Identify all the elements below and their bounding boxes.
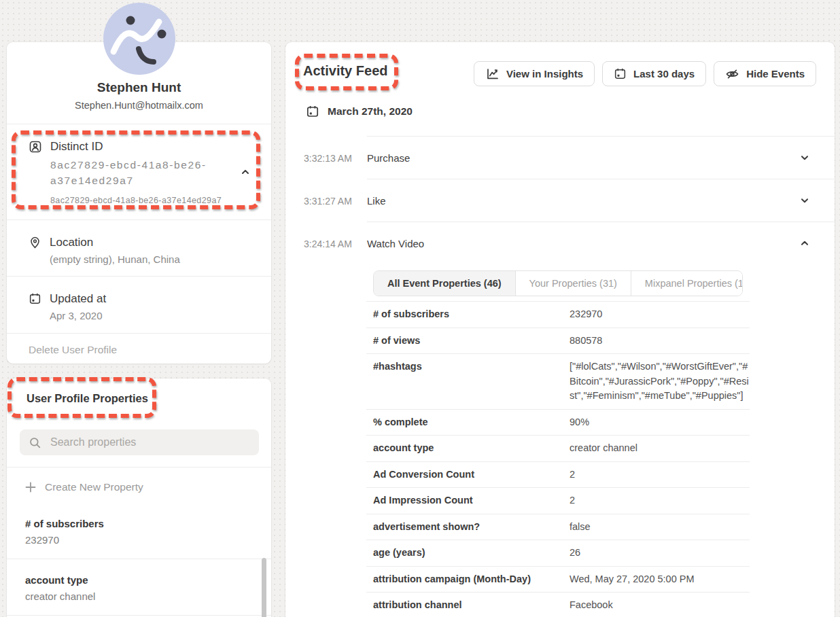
property-value: 2 (570, 488, 750, 514)
table-row: account type creator channel (366, 436, 750, 462)
property-value: Wed, May 27, 2020 5:00 PM (570, 567, 750, 593)
event-properties-tab[interactable]: Your Properties (31) (516, 271, 631, 296)
feed-toolbar: View in Insights Last 30 days (474, 61, 816, 86)
table-row: advertisement shown? false (366, 514, 750, 541)
location-value: (empty string), Hunan, China (50, 252, 180, 267)
chevron-down-icon[interactable] (799, 152, 811, 164)
property-key: attribution channel (366, 593, 570, 617)
eye-off-icon (725, 67, 739, 81)
date-header: March 27th, 2020 (306, 105, 413, 118)
property-value: creator channel (570, 436, 750, 461)
activity-feed-card: Activity Feed View in Insights (285, 42, 835, 617)
location-section: Location (empty string), Hunan, China (7, 220, 271, 276)
updated-at-label: Updated at (50, 292, 106, 306)
avatar-smiley-icon (103, 3, 175, 75)
table-row: attribution channel Facebook (366, 593, 750, 617)
property-value: 232970 (570, 302, 750, 328)
table-row: #hashtags ["#lolCats","#Wilson","#WorstG… (366, 354, 750, 410)
table-row: % complete 90% (366, 410, 750, 436)
line-chart-icon (485, 67, 500, 81)
tab-label: All Event Properties (46) (387, 278, 502, 289)
distinct-id-section[interactable]: Distinct ID 8ac27829-ebcd-41a8-be26- a37… (7, 124, 271, 219)
chevron-up-icon (240, 166, 251, 177)
property-key: account type (366, 436, 570, 461)
event-row[interactable]: 3:31:27 AM Like (285, 179, 835, 222)
property-value: creator channel (25, 589, 253, 603)
hide-events-label: Hide Events (746, 68, 805, 80)
property-value: 2 (570, 462, 750, 488)
distinct-id-full: 8ac27829-ebcd-41a8-be26-a37e14ed29a7 (50, 196, 222, 205)
distinct-id-collapse-button[interactable] (239, 165, 252, 179)
event-name: Watch Video (367, 238, 424, 249)
property-key: % complete (366, 410, 570, 436)
delete-user-profile-link[interactable]: Delete User Profile (7, 334, 271, 366)
view-in-insights-label: View in Insights (506, 68, 583, 80)
date-header-label: March 27th, 2020 (328, 105, 413, 118)
map-pin-icon (29, 236, 41, 276)
profile-card: Stephen Hunt Stephen.Hunt@hotmailx.com D… (7, 42, 271, 364)
activity-feed-title: Activity Feed (303, 63, 387, 79)
property-value: 880578 (570, 328, 750, 354)
user-name: Stephen Hunt (7, 80, 271, 95)
user-profile-properties-card: User Profile Properties Create New (7, 378, 271, 617)
calendar-icon (29, 292, 41, 333)
property-key: age (years) (366, 540, 570, 566)
property-value: 90% (570, 410, 750, 436)
event-time: 3:24:14 AM (304, 239, 367, 249)
property-key: advertisement shown? (366, 514, 570, 540)
tab-label: Your Properties (31) (529, 278, 617, 289)
property-key: attribution campaign (Month-Day) (366, 567, 570, 593)
event-detail-panel: All Event Properties (46) Your Propertie… (366, 270, 750, 617)
property-name: # of subscribers (25, 517, 253, 531)
chevron-down-icon[interactable] (799, 194, 811, 207)
search-properties-box[interactable] (20, 429, 259, 455)
view-in-insights-button[interactable]: View in Insights (474, 61, 595, 86)
table-row: age (years) 26 (366, 540, 750, 567)
user-profile-properties-title: User Profile Properties (7, 378, 271, 405)
updated-at-value: Apr 3, 2020 (50, 308, 106, 323)
distinct-id-value: 8ac27829-ebcd-41a8-be26- a37e14ed29a7 (50, 157, 222, 188)
event-name: Like (367, 195, 386, 207)
property-key: # of views (366, 328, 570, 354)
property-value: 232970 (25, 533, 253, 547)
event-properties-tabs: All Event Properties (46) Your Propertie… (373, 270, 743, 296)
event-name: Purchase (367, 152, 410, 164)
property-value: 26 (570, 540, 750, 566)
event-row[interactable]: 3:24:14 AM Watch Video (285, 222, 835, 265)
chevron-down-icon[interactable] (799, 237, 811, 249)
property-key: Ad Impression Count (366, 488, 570, 514)
search-properties-input[interactable] (49, 436, 250, 449)
event-properties-tab[interactable]: All Event Properties (46) (374, 271, 516, 296)
property-value: Facebook (570, 593, 750, 617)
property-list-item[interactable]: # of subscribers 232970 (7, 503, 271, 559)
properties-list: Create New Property # of subscribers 232… (7, 468, 271, 617)
id-badge-icon (29, 140, 42, 219)
table-row: # of views 880578 (366, 328, 750, 355)
property-key: # of subscribers (366, 302, 570, 328)
distinct-id-line1: 8ac27829-ebcd-41a8-be26- (50, 159, 207, 171)
hide-events-button[interactable]: Hide Events (714, 61, 816, 86)
event-row[interactable]: 3:32:13 AM Purchase (285, 137, 835, 179)
create-new-property-button[interactable]: Create New Property (7, 468, 271, 503)
table-row: # of subscribers 232970 (366, 302, 750, 328)
event-properties-tab[interactable]: Mixpanel Properties (15) (631, 271, 743, 296)
plus-icon (25, 482, 36, 493)
date-range-label: Last 30 days (633, 68, 695, 80)
calendar-icon (306, 105, 319, 118)
property-key: Ad Conversion Count (366, 462, 570, 488)
event-properties-table: # of subscribers 232970 # of views 88057… (366, 301, 750, 617)
page: Stephen Hunt Stephen.Hunt@hotmailx.com D… (0, 0, 840, 617)
calendar-icon (614, 67, 627, 80)
location-label: Location (50, 235, 180, 250)
date-range-button[interactable]: Last 30 days (602, 61, 706, 86)
table-row: Ad Impression Count 2 (366, 488, 750, 514)
updated-at-section: Updated at Apr 3, 2020 (7, 277, 271, 333)
property-key: #hashtags (366, 354, 570, 409)
avatar (103, 3, 175, 75)
table-row: attribution campaign (Month-Day) Wed, Ma… (366, 567, 750, 593)
create-new-property-label: Create New Property (45, 481, 143, 493)
property-list-item[interactable]: account type creator channel (7, 559, 271, 616)
property-value: ["#lolCats","#Wilson","#WorstGiftEver","… (570, 354, 750, 409)
scrollbar-thumb[interactable] (262, 558, 266, 617)
distinct-id-label: Distinct ID (50, 139, 222, 154)
